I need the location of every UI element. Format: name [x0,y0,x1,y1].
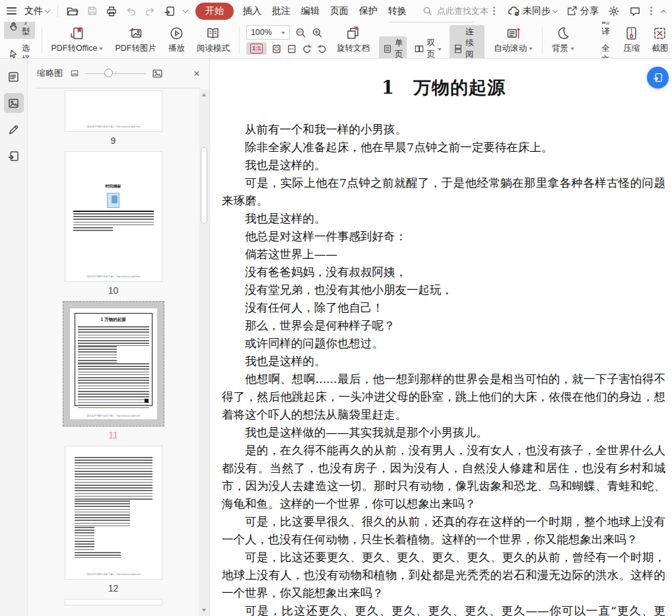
share-label: 分享 [580,5,599,17]
thumbnail-page-12[interactable]: 更多电子书期刊杂志下载 j：http://www.acspdf.com [65,446,162,580]
thumb-text-block [75,527,94,552]
tab-insert[interactable]: 插入 [242,3,263,20]
undo-button[interactable] [125,5,137,17]
thumb-footer-text: 更多电子书期刊杂志下载 j：http://www.acspdf.com [74,414,152,417]
outline-panel-button[interactable] [4,67,24,86]
pdf-to-image-label: PDF转图片 [115,43,156,54]
tab-protect[interactable]: 保护 [358,3,379,20]
thumb-text-block [75,552,121,558]
double-page-button[interactable]: 双页 [411,36,446,59]
annotation-panel-button[interactable] [4,120,24,139]
export-panel-button[interactable] [4,146,24,166]
save-button[interactable] [86,5,98,17]
continuous-reading-button[interactable]: 连续阅读 [450,25,485,59]
thumb-footer-text: 更多电子书期刊杂志下载 j：http://www.acspdf.com [70,125,156,128]
word-translate-button[interactable]: 划词翻译 [584,22,615,39]
tab-annotate[interactable]: 批注 [271,3,292,20]
paragraph: 他总是对这样一件事感到好奇： [222,228,665,246]
select-tool-button[interactable]: 选择 [4,42,35,59]
rotate-document-button[interactable]: 旋转文档 [334,24,372,55]
screenshot-icon [652,26,667,41]
page-group: 11 /172 单页 双页 连续阅读 [379,22,485,59]
zoom-in-button[interactable] [312,27,323,38]
single-page-button[interactable]: 单页 [379,36,407,59]
fit-width-button[interactable] [286,44,297,54]
tab-page[interactable]: 页面 [329,3,350,20]
thumb-image [107,193,119,208]
toolbar: 手型 选择 PDF转Office PDF转图片 播放 阅读模式 [0,22,672,59]
paragraph: 是的，在久得不能再久的从前，没有男人，没有女人，也没有孩子，全世界什么人都没有。… [222,442,665,513]
cloud-unsync-icon [508,5,520,17]
zoom-out-button[interactable] [295,27,306,38]
play-icon [169,26,184,41]
thumbnail-size-slider[interactable] [85,69,146,78]
reading-mode-button[interactable]: 阅读模式 [194,24,232,55]
auto-scroll-label: 自动滚动 [494,43,527,54]
reading-mode-label: 阅读模式 [197,43,230,54]
pdf-to-office-button[interactable]: PDF转Office [49,24,106,55]
thumbnail-panel-button[interactable] [4,93,24,113]
rotate-ccw-button[interactable] [302,44,312,54]
pdf-to-image-button[interactable]: PDF转图片 [112,24,159,55]
divider [42,27,42,53]
redo-button[interactable] [145,5,156,17]
paragraph: 那么，世界会是何种样子呢？ [222,317,665,335]
divider [57,5,58,17]
search-more-icon[interactable] [493,7,495,15]
export-pdf-button[interactable] [164,5,176,17]
fit-page-button[interactable] [271,44,282,54]
file-menu[interactable]: 文件 [24,5,50,17]
chapter-title: 1 万物的起源 [222,76,665,100]
scroll-up-icon[interactable] [202,93,206,96]
quick-tools-dropdown-icon[interactable] [183,7,188,13]
compress-button[interactable]: 压缩 [621,24,642,55]
scroll-down-icon[interactable] [202,609,206,612]
main-menu-button[interactable] [7,5,17,17]
collapse-toolbar-icon[interactable] [661,9,666,15]
full-translate-button[interactable]: 全文翻译 [584,42,615,59]
auto-scroll-button[interactable]: 自动滚动 [491,24,535,55]
thumb-footer-text: 更多电子书期刊杂志下载 j：http://www.acspdf.com [70,572,156,576]
more-options-icon[interactable] [650,7,652,15]
screenshot-button[interactable]: 截图 [649,24,671,55]
document-view[interactable]: 1 万物的起源 从前有一个和我一样的小男孩。 除非全家人准备起床，他在早晨7点钟… [210,59,672,616]
open-file-button[interactable] [66,5,79,17]
comment-button[interactable] [629,5,641,17]
thumb-page-title: 时间梯标 [65,184,162,189]
thumbnail-page-11-selected[interactable]: 1 万物的起源 更多电子书期刊杂志下载 j：http://www.acspdf.… [63,301,164,427]
sync-status[interactable]: 未同步 [508,5,557,17]
hand-tool-button[interactable]: 手型 [4,22,35,39]
dropdown-caret-icon [281,32,285,36]
rotate-cw-button[interactable] [317,44,327,54]
print-button[interactable] [106,5,118,17]
share-button[interactable]: 分享 [566,5,599,17]
play-label: 播放 [168,43,185,54]
actual-size-button[interactable]: 1:1 [246,42,267,55]
slider-handle[interactable] [104,69,113,77]
search-box[interactable]: 点此查找文本 [422,5,495,17]
paragraph: 可是，比这还要更久、更久、更久、更久、更久、更久的从前，曾经有一个时期，地球上没… [222,549,665,602]
settings-button[interactable] [608,5,620,17]
double-page-icon [415,44,424,53]
tab-home[interactable]: 开始 [195,3,234,20]
hamburger-icon [7,5,17,17]
thumbnail-page-10[interactable]: 时间梯标 更多电子书期刊杂志下载 j：http://www.acspdf.com [65,151,162,282]
thumbnail-page-9[interactable]: 更多电子书期刊杂志下载 j：http://www.acspdf.com [65,90,162,132]
scrollbar-thumb[interactable] [201,147,207,224]
pdf-to-office-label: PDF转Office [51,43,98,54]
tab-convert[interactable]: 转换 [387,3,408,20]
single-page-label: 单页 [395,38,403,59]
tab-edit[interactable]: 编辑 [300,3,321,20]
dropdown-caret-icon [438,48,442,53]
background-button[interactable]: 背景 [549,24,577,55]
quick-export-float-button[interactable] [647,67,669,88]
thumbnail-page-13-partial[interactable] [65,599,162,605]
play-button[interactable]: 播放 [166,24,187,55]
sidebar-scrollbar[interactable] [199,89,209,616]
close-panel-button[interactable]: × [193,68,200,79]
zoom-level-select[interactable]: 100% [246,25,290,40]
thumb-text-block [73,227,113,232]
hand-icon [9,22,18,31]
page-number-input[interactable]: 11 /172 [389,22,474,22]
document-page: 1 万物的起源 从前有一个和我一样的小男孩。 除非全家人准备起床，他在早晨7点钟… [210,59,672,616]
